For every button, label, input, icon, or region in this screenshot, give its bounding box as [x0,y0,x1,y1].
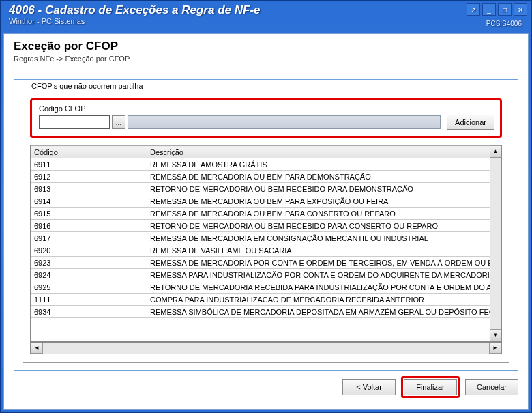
column-header-code[interactable]: Código [31,146,147,158]
scroll-up-icon[interactable]: ▲ [490,145,501,158]
cell-desc: REMESSA SIMBÓLICA DE MERCADORIA DEPOSITA… [147,306,501,318]
window-title: 4006 - Cadastro de Exceções a Regra de N… [9,3,526,17]
page-title: Exceção por CFOP [14,40,518,53]
cell-code: 1111 [31,294,147,306]
page-header: Exceção por CFOP Regras NFe -> Exceção p… [4,34,528,67]
table-row[interactable]: 6914REMESSA DE MERCADORIA OU BEM PARA EX… [31,195,501,208]
restore-icon[interactable]: ↗ [467,3,480,16]
finish-button[interactable]: Finalizar [404,379,457,395]
lookup-button[interactable]: ... [112,115,125,129]
table-row[interactable]: 6912REMESSA DE MERCADORIA OU BEM PARA DE… [31,171,501,183]
cell-code: 6917 [31,232,147,244]
horizontal-scrollbar[interactable]: ◄ ► [30,342,502,354]
table-row[interactable]: 6924REMESSA PARA INDUSTRIALIZAÇÃO POR CO… [31,269,501,281]
cell-desc: REMESSA DE VASILHAME OU SACARIA [147,244,501,257]
scroll-left-icon[interactable]: ◄ [31,343,43,354]
table-row[interactable]: 6915REMESSA DE MERCADORIA OU BEM PARA CO… [31,208,501,220]
scroll-right-icon[interactable]: ► [489,343,501,354]
table-row[interactable]: 6913RETORNO DE MERCADORIA OU BEM RECEBID… [31,183,501,195]
cfop-table[interactable]: Código Descrição 6911REMESSA DE AMOSTRA … [30,145,502,342]
window-subtitle: Winthor - PC Sistemas [9,17,526,25]
cell-code: 6925 [31,281,147,294]
footer-bar: < Voltar Finalizar Cancelar [14,376,518,398]
cell-desc: REMESSA DE MERCADORIA EM CONSIGNAÇÃO MER… [147,232,501,244]
cell-desc: REMESSA DE MERCADORIA OU BEM PARA EXPOSI… [147,195,501,208]
minimize-icon[interactable]: _ [482,3,496,16]
cell-code: 6920 [31,244,147,257]
table-row[interactable]: 6916RETORNO DE MERCADORIA OU BEM RECEBID… [31,220,501,232]
cell-code: 6923 [31,257,147,269]
input-row: ... Adicionar [39,115,494,130]
vertical-scrollbar[interactable]: ▲ ▼ [490,145,502,342]
cell-desc: REMESSA DE MERCADORIA OU BEM PARA DEMONS… [147,171,501,183]
cell-desc: RETORNO DE MERCADORIA RECEBIDA PARA INDU… [147,281,501,294]
cell-desc: REMESSA DE AMOSTRA GRÁTIS [147,158,501,171]
code-label: Código CFOP [39,104,494,113]
table-row[interactable]: 6934REMESSA SIMBÓLICA DE MERCADORIA DEPO… [31,306,501,318]
close-icon[interactable]: ✕ [514,3,527,16]
window-controls: ↗ _ □ ✕ [467,3,527,16]
cell-code: 6914 [31,195,147,208]
cfop-code-input[interactable] [39,115,110,129]
column-header-desc[interactable]: Descrição [147,146,501,158]
table-row[interactable]: 6917REMESSA DE MERCADORIA EM CONSIGNAÇÃO… [31,232,501,244]
client-area: Exceção por CFOP Regras NFe -> Exceção p… [3,33,529,410]
cell-desc: RETORNO DE MERCADORIA OU BEM RECEBIDO PA… [147,220,501,232]
fieldset-legend: CFOP's que não ocorrem partilha [29,82,146,90]
table-row[interactable]: 6923REMESSA DE MERCADORIA POR CONTA E OR… [31,257,501,269]
breadcrumb: Regras NFe -> Exceção por CFOP [14,55,518,63]
back-button[interactable]: < Voltar [342,379,396,395]
cell-desc: RETORNO DE MERCADORIA OU BEM RECEBIDO PA… [147,183,501,195]
add-button[interactable]: Adicionar [447,115,494,130]
cancel-button[interactable]: Cancelar [465,379,518,395]
table-row[interactable]: 6925RETORNO DE MERCADORIA RECEBIDA PARA … [31,281,501,294]
app-code: PCSIS4006 [486,20,522,27]
cell-desc: REMESSA PARA INDUSTRIALIZAÇÃO POR CONTA … [147,269,501,281]
cell-code: 6911 [31,158,147,171]
cell-code: 6915 [31,208,147,220]
cell-desc: COMPRA PARA INDUSTRIALIZACAO DE MERCADOR… [147,294,501,306]
input-highlight-box: Código CFOP ... Adicionar [30,98,502,138]
content-panel: CFOP's que não ocorrem partilha Código C… [14,79,518,371]
cell-code: 6912 [31,171,147,183]
finish-highlight: Finalizar [401,376,460,398]
cell-code: 6913 [31,183,147,195]
cell-code: 6916 [31,220,147,232]
titlebar: 4006 - Cadastro de Exceções a Regra de N… [1,1,531,31]
table-row[interactable]: 6920REMESSA DE VASILHAME OU SACARIA [31,244,501,257]
scroll-down-icon[interactable]: ▼ [490,329,501,341]
cfop-fieldset: CFOP's que não ocorrem partilha Código C… [23,87,509,363]
cfop-description-display [128,115,441,129]
app-window: 4006 - Cadastro de Exceções a Regra de N… [0,0,532,413]
cell-desc: REMESSA DE MERCADORIA OU BEM PARA CONSER… [147,208,501,220]
table-row[interactable]: 6911REMESSA DE AMOSTRA GRÁTIS [31,158,501,171]
cell-code: 6924 [31,269,147,281]
table-row[interactable]: 1111COMPRA PARA INDUSTRIALIZACAO DE MERC… [31,294,501,306]
maximize-icon[interactable]: □ [498,3,512,16]
cell-desc: REMESSA DE MERCADORIA POR CONTA E ORDEM … [147,257,501,269]
cell-code: 6934 [31,306,147,318]
